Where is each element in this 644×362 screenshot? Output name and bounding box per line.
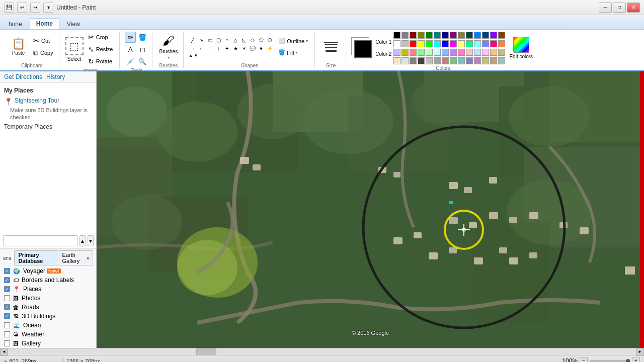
swatch-brown[interactable] [498,32,505,39]
edit-colors-button[interactable]: Edit colors [507,35,535,62]
shape-diamond[interactable]: ◇ [249,36,257,44]
brushes-button[interactable]: 🖌 Brushes ▾ [157,32,179,61]
swatch-peach[interactable] [490,49,497,56]
shape-pentagon[interactable]: ⬠ [257,36,265,44]
primary-database-tab[interactable]: Primary Database [14,250,58,265]
undo-quick-btn[interactable]: ↩ [17,3,27,13]
layer-voyager[interactable]: ✓ 🌍 Voyager New! [0,266,96,276]
swatch-lavender[interactable] [393,49,400,56]
swatch-darkyellow[interactable] [458,32,465,39]
outline-dropdown[interactable]: ⬜ Outline ▾ [276,36,310,46]
swatch-lightcyan[interactable] [474,40,481,47]
shape-triangle[interactable]: △ [231,36,239,44]
zoom-out-btn[interactable]: − [580,357,588,363]
size-line-1[interactable] [324,42,338,43]
swatch-rosybrown[interactable] [442,57,449,64]
picker-tool[interactable]: 💉 [125,56,136,67]
swatch-lightgray[interactable] [401,57,409,64]
earth-gallery-btn[interactable]: Earth Gallery » [59,250,93,265]
swatch-black[interactable] [393,32,400,39]
borders-checkbox[interactable]: ✓ [4,277,10,283]
swatch-orchid[interactable] [450,49,457,56]
horizontal-scrollbar[interactable]: ◄ ► [0,348,644,355]
shape-right-triangle[interactable]: ◺ [240,36,248,44]
tab-view[interactable]: View [60,18,87,29]
shape-arrow-down[interactable]: ↓ [214,45,222,53]
shape-hexagon[interactable]: ⬡ [266,36,274,44]
swatch-springgreen[interactable] [466,40,473,47]
places-checkbox[interactable]: ✓ [4,286,10,292]
layer-roads[interactable]: ✓ 🛣 Roads [0,303,96,312]
swatch-lightorange[interactable] [393,57,400,64]
swatch-magenta[interactable] [450,40,457,47]
shape-star4[interactable]: ✦ [223,45,231,53]
swatch-mintgreen[interactable] [426,49,433,56]
size-line-2[interactable] [325,44,338,45]
shape-rect[interactable]: ▭ [206,36,214,44]
scroll-track[interactable] [8,348,636,356]
swatch-pink[interactable] [458,49,465,56]
swatch-red[interactable] [410,40,417,47]
scroll-left-btn[interactable]: ◄ [0,348,8,356]
swatch-lightgreen[interactable] [418,49,425,56]
color1-block[interactable] [354,40,372,58]
swatch-medcyan[interactable] [458,57,465,64]
gallery-checkbox[interactable] [4,340,10,346]
swatch-darkblue2[interactable] [482,32,489,39]
ocean-checkbox[interactable] [4,322,10,328]
swatch-cornflower[interactable] [482,40,489,47]
swatch-lightpink[interactable] [466,49,473,56]
swatch-teal[interactable] [434,32,441,39]
swatch-silver2[interactable] [426,57,433,64]
layer-borders[interactable]: ✓ 🏷 Borders and Labels [0,276,96,285]
customize-quick-btn[interactable]: ▾ [43,3,53,13]
fill-tool[interactable]: 🪣 [137,32,148,43]
resize-button[interactable]: ⤡ Resize [86,44,116,55]
map-area[interactable]: + − © 2016 Google [97,71,644,348]
swatch-tan2[interactable] [482,57,489,64]
layer-weather[interactable]: 🌤 Weather [0,330,96,339]
weather-checkbox[interactable] [4,331,10,337]
swatch-medgray[interactable] [434,57,441,64]
swatch-lime[interactable] [426,40,433,47]
tab-home[interactable]: Home [30,18,59,29]
swatch-khaki[interactable] [490,57,497,64]
get-directions-link[interactable]: Get Directions [4,73,42,80]
zoom-slider-handle[interactable] [626,359,630,363]
swatch-skyblue[interactable] [442,49,449,56]
3dbuildings-checkbox[interactable]: ✓ [4,313,10,319]
swatch-salmon[interactable] [410,49,417,56]
swatch-cyan[interactable] [434,40,441,47]
shape-rounded-rect[interactable]: ▢ [214,36,222,44]
search-input[interactable] [3,235,77,246]
swatch-lightmagenta[interactable] [482,49,489,56]
search-up-btn[interactable]: ▲ [79,235,86,246]
swatch-paleblue[interactable] [474,49,481,56]
swatch-blue[interactable] [474,32,481,39]
shapes-scroll-down[interactable]: ▼ [194,54,198,58]
layer-ocean[interactable]: 🌊 Ocean [0,321,96,330]
swatch-violet[interactable] [490,32,497,39]
roads-checkbox[interactable]: ✓ [4,304,10,310]
voyager-checkbox[interactable]: ✓ [4,268,10,274]
size-line-3[interactable] [325,47,337,48]
swatch-orange[interactable] [498,40,505,47]
swatch-yellow[interactable] [418,40,425,47]
zoom-tool[interactable]: 🔍 [137,56,148,67]
shapes-scroll-up[interactable]: ▲ [189,54,193,58]
minimize-btn[interactable]: ─ [599,3,612,13]
swatch-darkred[interactable] [410,32,417,39]
shape-line[interactable]: ╱ [189,36,197,44]
layer-3dbuildings[interactable]: ✓ 🏗 3D Buildings [0,312,96,321]
shape-callout[interactable]: 💬 [249,45,257,53]
swatch-palegreen[interactable] [498,57,505,64]
swatch-darkgray[interactable] [418,57,425,64]
swatch-lightblue[interactable] [434,49,441,56]
select-button[interactable]: ⬚ [65,37,84,55]
swatch-tan[interactable] [498,49,505,56]
swatch-gray2[interactable] [410,57,417,64]
shape-star6[interactable]: ✶ [240,45,248,53]
close-btn[interactable]: ✕ [627,3,640,13]
copy-button[interactable]: ⧉ Copy [31,47,56,59]
paste-button[interactable]: 📋 Paste [8,36,29,58]
